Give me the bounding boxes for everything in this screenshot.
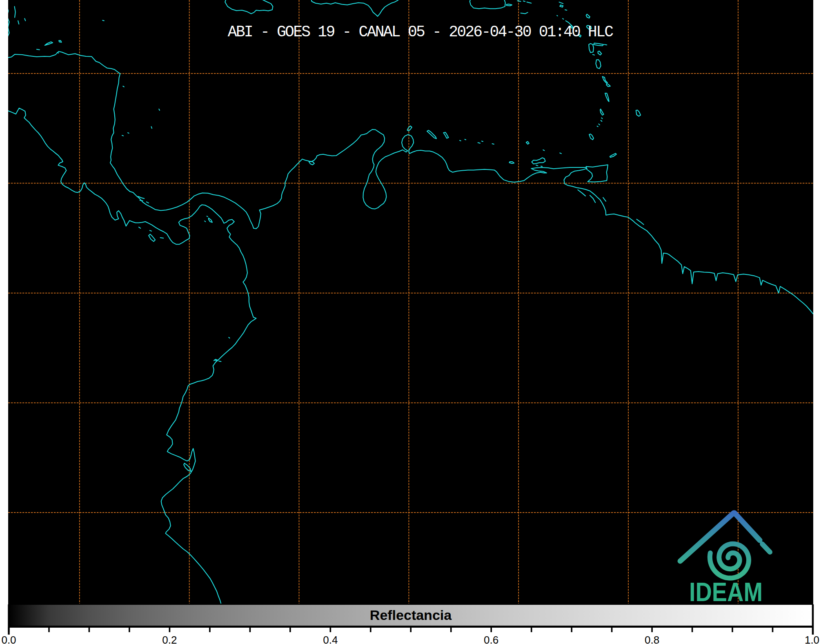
svg-text:0.6: 0.6 <box>484 634 498 644</box>
svg-text:IDEAM: IDEAM <box>689 577 763 607</box>
svg-text:Reflectancia: Reflectancia <box>370 607 452 623</box>
svg-text:0.0: 0.0 <box>1 634 16 644</box>
svg-text:ABI - GOES 19 - CANAL 05 - 202: ABI - GOES 19 - CANAL 05 - 2026-04-30 01… <box>228 23 613 41</box>
svg-text:0.8: 0.8 <box>645 634 659 644</box>
svg-text:0.4: 0.4 <box>323 634 338 644</box>
svg-text:0.2: 0.2 <box>162 634 177 644</box>
svg-text:1.0: 1.0 <box>805 634 819 644</box>
